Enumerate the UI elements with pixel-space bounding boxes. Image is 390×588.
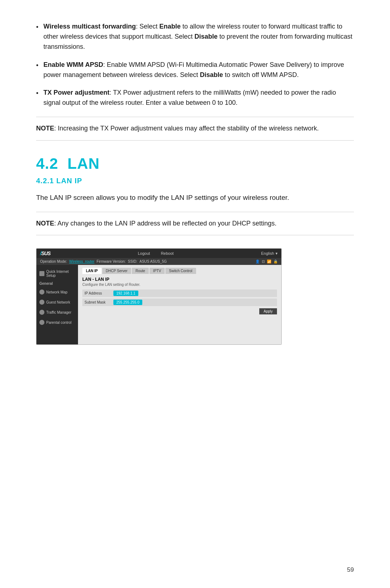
apply-button[interactable]: Apply	[259, 308, 277, 314]
guest-network-icon	[39, 300, 44, 305]
note-box-2: NOTE: Any changes to the LAN IP address …	[36, 212, 354, 236]
content-title: LAN - LAN IP	[82, 277, 277, 282]
sidebar-item-parental-control[interactable]: Parental control	[36, 317, 78, 327]
router-main: Quick Internet Setup General Network Map…	[36, 265, 281, 344]
sidebar-item-guest-network[interactable]: Guest Network	[36, 297, 78, 307]
logout-button[interactable]: Logout	[138, 251, 150, 256]
subnet-mask-value[interactable]: 255.255.255.0	[113, 300, 142, 305]
term-wireless-multicast: Wireless multicast forwarding	[43, 23, 136, 30]
status-icons: 👤 ⊡ 📶 🔒	[255, 259, 278, 263]
bullet-item-3: • TX Power adjustment: TX Power adjustme…	[36, 88, 354, 108]
sidebar-general-header: General	[36, 280, 78, 287]
sidebar-label-traffic: Traffic Manager	[46, 310, 71, 314]
ssid-value: ASUS ASUS_5G	[139, 259, 167, 263]
dropdown-icon[interactable]: ▾	[276, 251, 278, 256]
sidebar-item-quick-internet[interactable]: Quick Internet Setup	[36, 267, 78, 280]
lock-icon: 🔒	[273, 259, 278, 263]
operation-mode-label: Operation Mode:	[40, 259, 67, 263]
bullet-dot-2: •	[36, 61, 38, 71]
note1-label: NOTE	[36, 125, 54, 132]
traffic-manager-icon	[39, 310, 44, 315]
subnet-mask-label: Subnet Mask	[84, 300, 113, 304]
status-left: Operation Mode: Wireless_router Firmware…	[40, 259, 167, 263]
router-icon: ⊡	[262, 259, 265, 263]
note-box-1: NOTE: Increasing the TX Power adjustment…	[36, 117, 354, 141]
note2-text: : Any changes to the LAN IP address will…	[54, 220, 277, 227]
bullet-item-1: • Wireless multicast forwarding: Select …	[36, 22, 354, 52]
ip-address-row: IP Address 192.168.1.1	[82, 289, 277, 297]
section-heading: 4.2 LAN	[36, 155, 354, 172]
bullet-item-2: • Enable WMM APSD: Enable WMM APSD (Wi-F…	[36, 60, 354, 80]
sidebar-item-network-map[interactable]: Network Map	[36, 287, 78, 297]
sidebar-label-parental: Parental control	[46, 321, 72, 325]
tab-dhcp-server[interactable]: DHCP Server	[102, 268, 131, 274]
router-screenshot: /SUS Logout Reboot English ▾ Operation M…	[36, 248, 282, 345]
language-label: English	[261, 251, 274, 256]
ip-address-value[interactable]: 192.168.1.1	[113, 291, 138, 296]
sidebar-label-guest: Guest Network	[46, 300, 70, 304]
signal-icon: 📶	[267, 259, 271, 263]
sidebar-label-quick: Quick Internet Setup	[46, 270, 75, 278]
quick-setup-icon	[39, 271, 44, 276]
reboot-button[interactable]: Reboot	[161, 251, 173, 256]
router-topbar: /SUS Logout Reboot English ▾	[36, 249, 281, 258]
firmware-label: Firmware Version:	[97, 259, 126, 263]
bullet-dot: •	[36, 22, 38, 33]
asus-logo: /SUS	[40, 250, 51, 256]
subnet-mask-row: Subnet Mask 255.255.255.0	[82, 299, 277, 306]
router-sidebar: Quick Internet Setup General Network Map…	[36, 265, 78, 344]
bullet-list: • Wireless multicast forwarding: Select …	[36, 22, 354, 108]
bullet-text-1: Wireless multicast forwarding: Select En…	[43, 22, 354, 52]
sidebar-item-traffic-manager[interactable]: Traffic Manager	[36, 307, 78, 317]
bullet-text-3: TX Power adjustment: TX Power adjustment…	[43, 88, 354, 108]
operation-mode-value[interactable]: Wireless_router	[69, 259, 95, 263]
parental-control-icon	[39, 320, 44, 325]
term-tx-power: TX Power adjustment	[43, 89, 109, 96]
tab-iptv[interactable]: IPTV	[150, 268, 165, 274]
ip-address-label: IP Address	[84, 291, 113, 295]
subsection-heading: 4.2.1 LAN IP	[36, 177, 354, 185]
sidebar-label-network-map: Network Map	[46, 290, 68, 294]
tab-switch-control[interactable]: Switch Control	[165, 268, 196, 274]
content-subtitle: Configure the LAN setting of Router.	[82, 283, 277, 287]
tab-route[interactable]: Route	[132, 268, 149, 274]
intro-text: The LAN IP screen allows you to modify t…	[36, 192, 354, 203]
note1-text: : Increasing the TX Power adjustment val…	[54, 125, 319, 132]
user-icon: 👤	[255, 259, 260, 263]
page-number: 59	[347, 566, 354, 574]
bullet-dot-3: •	[36, 89, 38, 99]
tab-lan-ip[interactable]: LAN IP	[82, 268, 101, 274]
ssid-label: SSID:	[128, 259, 137, 263]
router-content: LAN IP DHCP Server Route IPTV Switch Con…	[78, 265, 281, 344]
content-tabs: LAN IP DHCP Server Route IPTV Switch Con…	[82, 268, 277, 274]
bullet-text-2: Enable WMM APSD: Enable WMM APSD (Wi-Fi …	[43, 60, 354, 80]
topbar-right: English ▾	[261, 251, 278, 256]
topbar-center: Logout Reboot	[138, 251, 174, 256]
note2-label: NOTE	[36, 220, 54, 227]
network-map-icon	[39, 289, 44, 295]
router-statusbar: Operation Mode: Wireless_router Firmware…	[36, 258, 281, 265]
term-wmm-apsd: Enable WMM APSD	[43, 61, 103, 68]
